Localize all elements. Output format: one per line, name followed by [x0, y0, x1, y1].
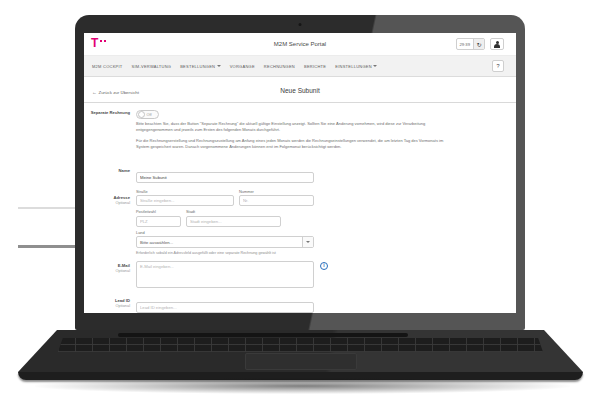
separate-invoice-toggle[interactable]: Off	[136, 110, 159, 119]
info-icon[interactable]: i	[320, 262, 328, 270]
nav-item-vorgaenge[interactable]: VORGÄNGE	[230, 64, 255, 69]
address-required-hint: Erforderlich sobald ein Adressfeld ausge…	[136, 251, 516, 255]
page-title: Neue Subunit	[84, 87, 516, 94]
toggle-state-label: Off	[147, 113, 152, 117]
nav-item-label: EINSTELLUNGEN	[335, 64, 372, 69]
laptop-screen-content: T M2M Service Portal 29:39 ↻ M2M COCKPIT…	[84, 33, 516, 313]
laptop-shadow	[35, 378, 570, 394]
webcam-dot	[299, 23, 302, 26]
laptop-keyboard-deck	[18, 330, 583, 372]
nav-item-rechnungen[interactable]: RECHNUNGEN	[264, 64, 295, 69]
nav-item-label: SIM-VERWALTUNG	[132, 64, 172, 69]
refresh-icon[interactable]: ↻	[473, 39, 484, 49]
hinge-slot	[118, 333, 408, 337]
keyboard	[58, 338, 543, 352]
number-label: Nummer	[239, 189, 314, 194]
select-dropdown-button[interactable]	[302, 237, 313, 247]
decor-line	[18, 207, 78, 209]
name-row: Name	[84, 165, 516, 183]
nav-item-bestellungen[interactable]: BESTELLUNGEN	[180, 64, 221, 69]
email-row: E-Mail Optional i	[84, 261, 516, 288]
session-timer-badge: 29:39 ↻	[456, 38, 485, 50]
address-row: Adresse Optional Straße Nummer	[84, 189, 516, 261]
main-nav: M2M COCKPIT SIM-VERWALTUNG BESTELLUNGEN …	[84, 56, 516, 77]
chevron-down-icon	[217, 65, 221, 67]
trackpad	[245, 353, 357, 370]
chevron-down-icon	[373, 65, 377, 67]
lead-id-row: Lead ID Optional	[84, 295, 516, 313]
address-optional-label: Optional	[84, 200, 130, 205]
nav-item-m2m-cockpit[interactable]: M2M COCKPIT	[92, 64, 123, 69]
nav-item-label: RECHNUNGEN	[264, 64, 295, 69]
city-input[interactable]	[186, 216, 281, 227]
nav-item-label: VORGÄNGE	[230, 64, 255, 69]
laptop-base	[18, 330, 583, 382]
nav-item-sim-verwaltung[interactable]: SIM-VERWALTUNG	[132, 64, 172, 69]
street-input[interactable]	[136, 195, 234, 206]
toggle-knob-icon	[138, 111, 145, 118]
email-label: E-Mail	[118, 263, 130, 268]
city-label: Stadt	[186, 209, 281, 214]
nav-item-label: M2M COCKPIT	[92, 64, 123, 69]
street-label: Straße	[136, 189, 234, 194]
country-select[interactable]: Bitte auswählen...	[136, 236, 314, 248]
zip-input[interactable]	[136, 216, 181, 227]
country-select-value: Bitte auswählen...	[137, 240, 302, 245]
invoice-info-paragraph-1: Bitte beachten Sie, dass der Button "Sep…	[136, 121, 444, 134]
invoice-info-paragraph-2: Für die Rechnungserstellung und Rechnung…	[136, 138, 444, 151]
separate-invoice-row: Separate Rechnung Off	[84, 110, 516, 119]
address-label: Adresse	[113, 195, 130, 200]
nav-item-berichte[interactable]: BERICHTE	[304, 64, 326, 69]
country-label: Land	[136, 230, 516, 235]
lead-id-optional-label: Optional	[84, 303, 130, 308]
nav-item-label: BERICHTE	[304, 64, 326, 69]
help-button[interactable]: ?	[492, 60, 504, 72]
lead-id-input[interactable]	[136, 302, 314, 313]
lead-id-label: Lead ID	[115, 298, 130, 303]
nav-item-einstellungen[interactable]: EINSTELLUNGEN	[335, 64, 377, 69]
number-input[interactable]	[239, 195, 314, 206]
invoice-info-row: Bitte beachten Sie, dass der Button "Sep…	[84, 121, 516, 165]
page-head: ← Zurück zur Übersicht Neue Subunit	[84, 77, 516, 103]
subunit-form: Separate Rechnung Off Bitte beachten Sie…	[84, 103, 516, 313]
email-optional-label: Optional	[84, 268, 130, 273]
laptop-mockup-stage: T M2M Service Portal 29:39 ↻ M2M COCKPIT…	[0, 0, 601, 400]
nav-items: M2M COCKPIT SIM-VERWALTUNG BESTELLUNGEN …	[84, 56, 516, 76]
session-timer: 29:39	[457, 39, 473, 49]
separate-invoice-label: Separate Rechnung	[84, 110, 136, 115]
chevron-down-icon	[306, 241, 310, 243]
email-input[interactable]	[136, 261, 314, 288]
zip-label: Postleitzahl	[136, 209, 181, 214]
user-menu-button[interactable]	[490, 38, 504, 50]
decor-line	[18, 245, 78, 248]
nav-item-label: BESTELLUNGEN	[180, 64, 215, 69]
user-icon	[494, 41, 501, 48]
name-label: Name	[84, 165, 136, 173]
app-header: T M2M Service Portal 29:39 ↻	[84, 33, 516, 56]
app-title: M2M Service Portal	[84, 41, 516, 47]
name-input[interactable]	[136, 172, 314, 183]
